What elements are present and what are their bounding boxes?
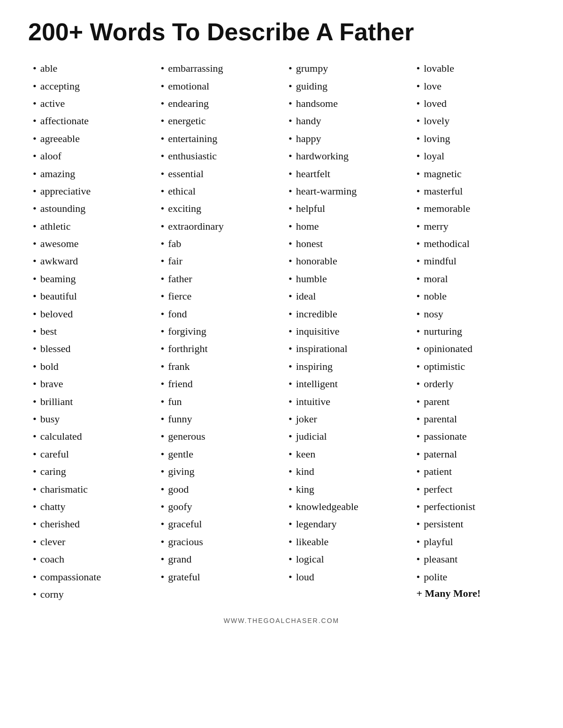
list-item: forgiving <box>161 323 275 340</box>
list-item: playful <box>417 533 531 550</box>
list-item: careful <box>33 445 147 463</box>
list-item: accepting <box>33 77 147 95</box>
list-item: friend <box>161 375 275 392</box>
footer-url: WWW.THEGOALCHASER.COM <box>28 617 535 624</box>
list-item: extraordinary <box>161 218 275 235</box>
list-item: charismatic <box>33 480 147 498</box>
list-item: lovable <box>417 60 531 77</box>
list-item: patient <box>417 463 531 480</box>
list-item: entertaining <box>161 130 275 147</box>
list-item: caring <box>33 463 147 480</box>
list-item: legendary <box>289 515 403 533</box>
list-item: heartfelt <box>289 165 403 182</box>
list-item: gentle <box>161 445 275 463</box>
list-item: happy <box>289 130 403 147</box>
list-item: endearing <box>161 95 275 112</box>
list-item: paternal <box>417 445 531 463</box>
list-item: appreciative <box>33 182 147 200</box>
word-list-1: ableacceptingactiveaffectionateagreeable… <box>33 60 147 603</box>
list-item: able <box>33 60 147 77</box>
list-item: masterful <box>417 182 531 200</box>
list-item: funny <box>161 410 275 428</box>
list-item: fair <box>161 252 275 270</box>
list-item: handy <box>289 112 403 129</box>
list-item: judicial <box>289 428 403 445</box>
list-item: opinionated <box>417 340 531 357</box>
list-item: amazing <box>33 165 147 182</box>
list-item: inquisitive <box>289 323 403 340</box>
list-item: guiding <box>289 77 403 95</box>
word-list-3: grumpyguidinghandsomehandyhappyhardworki… <box>289 60 403 585</box>
list-item: grateful <box>161 568 275 585</box>
column-1: ableacceptingactiveaffectionateagreeable… <box>28 60 152 603</box>
column-4: lovablelovelovedlovelylovingloyalmagneti… <box>412 60 535 603</box>
list-item: compassionate <box>33 568 147 585</box>
more-text: + Many More! <box>417 587 531 600</box>
list-item: forthright <box>161 340 275 357</box>
list-item: chatty <box>33 498 147 515</box>
list-item: father <box>161 270 275 287</box>
column-2: embarrassingemotionalendearingenergetice… <box>156 60 280 603</box>
list-item: athletic <box>33 218 147 235</box>
list-item: fierce <box>161 287 275 305</box>
list-item: enthusiastic <box>161 147 275 165</box>
list-item: fab <box>161 235 275 252</box>
list-item: essential <box>161 165 275 182</box>
list-item: intelligent <box>289 375 403 392</box>
list-item: helpful <box>289 200 403 217</box>
list-item: optimistic <box>417 358 531 375</box>
list-item: goofy <box>161 498 275 515</box>
list-item: loyal <box>417 147 531 165</box>
list-item: affectionate <box>33 112 147 129</box>
list-item: parent <box>417 393 531 410</box>
list-item: exciting <box>161 200 275 217</box>
list-item: polite <box>417 568 531 585</box>
list-item: brilliant <box>33 393 147 410</box>
list-item: nurturing <box>417 323 531 340</box>
list-item: emotional <box>161 77 275 95</box>
list-item: noble <box>417 287 531 305</box>
list-item: knowledgeable <box>289 498 403 515</box>
list-item: inspirational <box>289 340 403 357</box>
column-3: grumpyguidinghandsomehandyhappyhardworki… <box>284 60 407 603</box>
list-item: nosy <box>417 305 531 323</box>
list-item: intuitive <box>289 393 403 410</box>
word-columns: ableacceptingactiveaffectionateagreeable… <box>28 60 535 603</box>
list-item: persistent <box>417 515 531 533</box>
list-item: incredible <box>289 305 403 323</box>
list-item: generous <box>161 428 275 445</box>
list-item: passionate <box>417 428 531 445</box>
list-item: keen <box>289 445 403 463</box>
list-item: mindful <box>417 252 531 270</box>
list-item: merry <box>417 218 531 235</box>
list-item: frank <box>161 358 275 375</box>
list-item: beaming <box>33 270 147 287</box>
list-item: clever <box>33 533 147 550</box>
list-item: awesome <box>33 235 147 252</box>
list-item: bold <box>33 358 147 375</box>
list-item: astounding <box>33 200 147 217</box>
list-item: ideal <box>289 287 403 305</box>
list-item: calculated <box>33 428 147 445</box>
list-item: good <box>161 480 275 498</box>
list-item: parental <box>417 410 531 428</box>
list-item: ethical <box>161 182 275 200</box>
list-item: graceful <box>161 515 275 533</box>
list-item: fond <box>161 305 275 323</box>
list-item: active <box>33 95 147 112</box>
list-item: fun <box>161 393 275 410</box>
list-item: grumpy <box>289 60 403 77</box>
list-item: coach <box>33 550 147 568</box>
list-item: methodical <box>417 235 531 252</box>
list-item: brave <box>33 375 147 392</box>
list-item: beautiful <box>33 287 147 305</box>
list-item: inspiring <box>289 358 403 375</box>
list-item: heart-warming <box>289 182 403 200</box>
list-item: embarrassing <box>161 60 275 77</box>
list-item: honorable <box>289 252 403 270</box>
list-item: magnetic <box>417 165 531 182</box>
list-item: honest <box>289 235 403 252</box>
list-item: pleasant <box>417 550 531 568</box>
list-item: perfectionist <box>417 498 531 515</box>
list-item: energetic <box>161 112 275 129</box>
